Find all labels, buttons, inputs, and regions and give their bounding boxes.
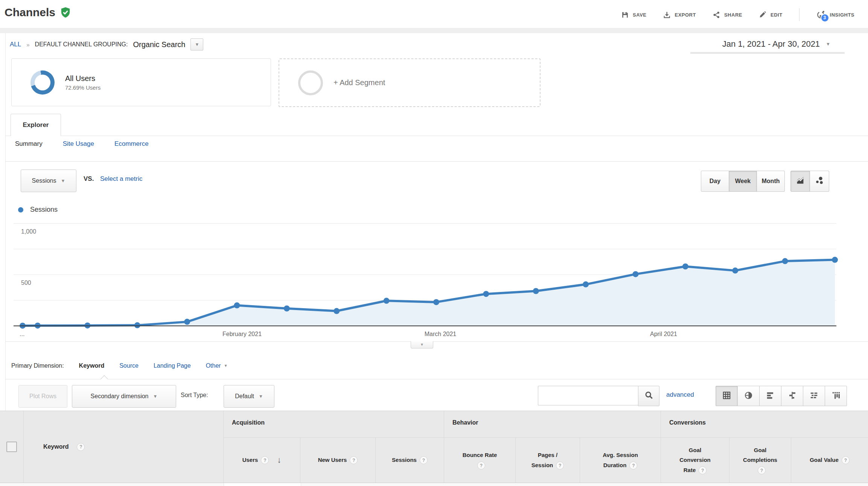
data-point-3[interactable] — [134, 322, 140, 328]
table-search-input[interactable] — [538, 386, 638, 405]
export-button[interactable]: EXPORT — [663, 11, 696, 19]
segment-subtitle: 72.69% Users — [65, 84, 101, 91]
plot-rows-button[interactable]: Plot Rows — [18, 385, 67, 408]
column-bounce-rate[interactable]: Bounce Rate? — [444, 438, 516, 483]
help-icon[interactable]: ? — [77, 443, 85, 451]
insights-button[interactable]: 3 INSIGHTS — [816, 10, 854, 20]
data-point-13[interactable] — [633, 271, 639, 277]
save-label: SAVE — [633, 12, 646, 18]
breadcrumb: ALL » DEFAULT CHANNEL GROUPING: Organic … — [10, 38, 203, 50]
chevron-down-icon — [61, 179, 65, 183]
column-sessions[interactable]: Sessions ? — [376, 438, 444, 483]
share-button[interactable]: SHARE — [713, 11, 742, 19]
tab-strip-border — [5, 136, 868, 136]
data-point-6[interactable] — [284, 306, 290, 312]
column-users[interactable]: Users ? ↓ — [224, 438, 300, 483]
select-all-checkbox[interactable] — [6, 442, 17, 452]
insights-icon: 3 — [816, 10, 826, 20]
channel-dropdown-button[interactable] — [190, 38, 203, 50]
subtab-site-usage[interactable]: Site Usage — [63, 140, 94, 148]
bounce-rate-text: Bounce Rate — [463, 452, 497, 458]
granularity-day-button[interactable]: Day — [701, 171, 729, 192]
edit-button[interactable]: EDIT — [759, 11, 783, 19]
line-chart-view-button[interactable] — [790, 171, 810, 192]
keyword-column-header[interactable]: Keyword ? — [24, 411, 224, 483]
help-icon[interactable]: ? — [420, 456, 428, 464]
save-button[interactable]: SAVE — [621, 11, 646, 19]
sort-type-dropdown[interactable]: Default — [224, 385, 274, 408]
help-icon[interactable]: ? — [261, 456, 269, 464]
group-acquisition: Acquisition — [224, 411, 444, 437]
segment-title: All Users — [65, 74, 101, 83]
data-point-10[interactable] — [483, 291, 489, 297]
checkbox-column-header — [0, 411, 24, 483]
select-a-metric-link[interactable]: Select a metric — [100, 175, 142, 183]
data-point-14[interactable] — [682, 263, 688, 269]
granularity-week-button[interactable]: Week — [729, 171, 757, 192]
x-tick-april: April 2021 — [650, 331, 677, 337]
motion-chart-view-button[interactable] — [810, 171, 829, 192]
data-point-15[interactable] — [732, 267, 738, 274]
help-icon[interactable]: ? — [477, 462, 485, 469]
dimension-landing-page[interactable]: Landing Page — [154, 362, 191, 369]
metric-selector-dropdown[interactable]: Sessions — [21, 170, 76, 192]
column-new-users[interactable]: New Users ? — [300, 438, 376, 483]
table-view-buttons — [716, 386, 847, 406]
help-icon[interactable]: ? — [758, 466, 766, 474]
comparison-view-button[interactable] — [781, 386, 803, 406]
explorer-subtabs: Summary Site Usage Ecommerce — [15, 140, 149, 148]
data-point-7[interactable] — [333, 308, 340, 314]
data-point-9[interactable] — [433, 299, 439, 305]
column-pages-session[interactable]: Pages / Session? — [516, 438, 580, 483]
sorted-column-highlight — [224, 483, 301, 486]
column-goal-value[interactable]: Goal Value ? — [791, 438, 868, 483]
performance-view-button[interactable] — [760, 386, 781, 406]
table-search-button[interactable] — [638, 386, 659, 406]
data-point-11[interactable] — [533, 288, 539, 294]
add-segment-circle-icon — [298, 70, 323, 95]
dimension-other[interactable]: Other — [206, 362, 228, 369]
secondary-dimension-dropdown[interactable]: Secondary dimension — [72, 385, 176, 408]
export-label: EXPORT — [675, 12, 696, 18]
help-icon[interactable]: ? — [629, 462, 637, 469]
data-point-5[interactable] — [234, 303, 240, 309]
granularity-month-button[interactable]: Month — [757, 171, 785, 192]
help-icon[interactable]: ? — [350, 456, 358, 464]
breadcrumb-all-link[interactable]: ALL — [10, 41, 21, 48]
help-icon[interactable]: ? — [842, 456, 850, 464]
primary-dimension-bar: Primary Dimension: Keyword Source Landin… — [11, 362, 228, 369]
data-point-4[interactable] — [184, 319, 190, 325]
edit-label: EDIT — [771, 12, 783, 18]
chart-legend: Sessions — [18, 206, 58, 214]
data-point-8[interactable] — [384, 298, 390, 304]
date-range-selector[interactable]: Jan 1, 2021 - Apr 30, 2021 — [722, 39, 830, 49]
subtab-ecommerce[interactable]: Ecommerce — [114, 140, 149, 148]
advanced-search-link[interactable]: advanced — [666, 391, 694, 399]
add-segment-button[interactable]: + Add Segment — [279, 58, 541, 107]
data-point-17[interactable] — [832, 257, 838, 263]
plot-rows-label: Plot Rows — [29, 393, 56, 400]
percentage-view-button[interactable] — [738, 386, 760, 406]
pivot-view-button[interactable] — [825, 386, 847, 406]
collapse-chart-button[interactable] — [411, 341, 433, 348]
term-cloud-view-button[interactable] — [803, 386, 825, 406]
chevron-down-icon — [224, 364, 228, 368]
help-icon[interactable]: ? — [556, 462, 564, 469]
column-goal-completions[interactable]: Goal Completions? — [729, 438, 791, 483]
subtab-summary[interactable]: Summary — [15, 140, 43, 148]
sort-type-value: Default — [235, 393, 254, 400]
sessions-line-chart[interactable]: 1,000 500 ... February 2021 March 2021 A… — [0, 222, 868, 341]
data-point-2[interactable] — [84, 322, 90, 329]
term-cloud-icon — [809, 391, 819, 402]
line-chart-icon — [796, 176, 805, 186]
column-avg-session-duration[interactable]: Avg. Session Duration? — [580, 438, 661, 483]
column-goal-conversion-rate[interactable]: Goal Conversion Rate? — [661, 438, 729, 483]
tab-explorer[interactable]: Explorer — [11, 114, 61, 136]
dimension-source[interactable]: Source — [119, 362, 139, 369]
help-icon[interactable]: ? — [699, 466, 707, 474]
dimension-keyword[interactable]: Keyword — [79, 362, 105, 369]
data-point-16[interactable] — [782, 258, 788, 264]
data-table-view-button[interactable] — [716, 386, 738, 406]
data-point-12[interactable] — [583, 281, 589, 287]
segment-all-users[interactable]: All Users 72.69% Users — [11, 58, 271, 106]
